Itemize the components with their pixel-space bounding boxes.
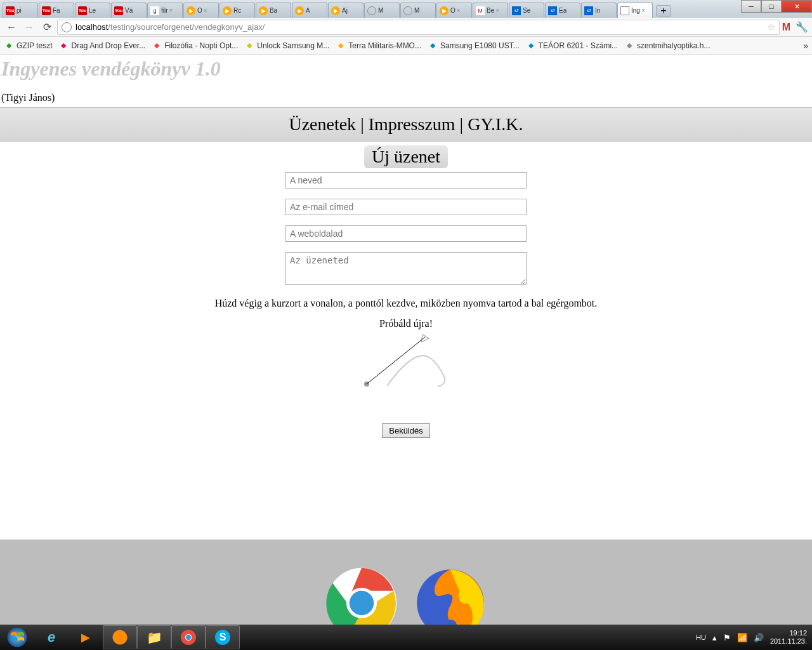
tab-favicon-icon: sf: [548, 6, 557, 15]
taskbar-chrome-icon[interactable]: [171, 625, 206, 649]
browser-tab[interactable]: ▶O×: [183, 3, 219, 18]
page-viewport: Ingyenes vendégkönyv 1.0 (Tigyi János) Ü…: [0, 55, 812, 625]
browser-tab[interactable]: ▶Ba: [256, 3, 291, 18]
browser-tab[interactable]: gfilr×: [147, 3, 183, 18]
wrench-menu-icon[interactable]: 🔧: [796, 21, 808, 33]
taskbar-ie-icon[interactable]: e: [34, 625, 69, 649]
close-window-button[interactable]: ✕: [782, 0, 812, 13]
url-host: localhost: [75, 22, 108, 32]
tab-label: M: [378, 7, 383, 14]
browser-tab[interactable]: Ing×: [617, 3, 653, 18]
browser-tab[interactable]: sfEa: [545, 3, 580, 18]
taskbar-wmp-icon[interactable]: ▶: [69, 625, 103, 649]
bookmark-favicon-icon: ◆: [58, 41, 69, 51]
page-scroll[interactable]: Ingyenes vendégkönyv 1.0 (Tigyi János) Ü…: [0, 55, 812, 625]
bookmark-item[interactable]: ◆Samsung E1080 UST...: [428, 41, 520, 51]
taskbar-firefox-icon[interactable]: [103, 625, 137, 649]
svg-line-1: [367, 337, 425, 384]
tab-favicon-icon: g: [150, 6, 159, 15]
browser-tab[interactable]: ▶A: [292, 3, 327, 18]
tab-label: Le: [89, 7, 96, 14]
browser-tab[interactable]: ▶Aj: [328, 3, 363, 18]
bookmark-favicon-icon: ◆: [152, 41, 162, 51]
bookmark-item[interactable]: ◆szentmihalyoptika.h...: [624, 41, 710, 51]
tab-label: Ea: [559, 7, 566, 14]
taskbar-explorer-icon[interactable]: 📁: [137, 625, 171, 649]
bookmark-favicon-icon: ◆: [428, 41, 438, 51]
tray-language[interactable]: HU: [696, 633, 706, 641]
gmail-icon[interactable]: M: [782, 22, 790, 33]
submit-button[interactable]: Beküldés: [382, 423, 429, 438]
start-button[interactable]: [0, 625, 34, 650]
tab-favicon-icon: ▶: [223, 6, 232, 15]
browser-tab[interactable]: Youpi: [3, 3, 38, 18]
tab-close-icon[interactable]: ×: [641, 7, 645, 14]
page-author: (Tigyi János): [0, 92, 812, 107]
tray-flag-icon[interactable]: ⚑: [723, 633, 731, 642]
menu-impressum[interactable]: Impresszum: [369, 114, 455, 134]
tab-label: In: [595, 7, 600, 14]
captcha-trace-area[interactable]: [355, 332, 457, 398]
bookmark-label: Terra Militaris-MMO...: [348, 41, 421, 50]
bookmark-item[interactable]: ◆Terra Militaris-MMO...: [336, 41, 421, 51]
browser-tab[interactable]: YouFa: [39, 3, 74, 18]
tray-arrow-icon[interactable]: ▴: [712, 633, 717, 642]
tab-close-icon[interactable]: ×: [457, 7, 461, 14]
menu-faq[interactable]: GY.I.K.: [468, 114, 523, 134]
bookmark-favicon-icon: ◆: [336, 41, 346, 51]
tray-clock[interactable]: 19:12 2011.11.23.: [770, 629, 807, 646]
firefox-logo-icon: [412, 565, 488, 625]
tab-label: A: [306, 7, 310, 14]
bookmark-item[interactable]: ◆Filozófia - Nopti Opt...: [152, 41, 238, 51]
tab-label: M: [414, 7, 419, 14]
browser-tab[interactable]: sfSe: [509, 3, 544, 18]
browser-tab[interactable]: ▶O×: [436, 3, 472, 18]
bookmark-item[interactable]: ◆GZIP teszt: [4, 41, 52, 51]
site-info-icon[interactable]: [62, 22, 72, 32]
tab-close-icon[interactable]: ×: [495, 7, 499, 14]
tab-label: Be: [487, 7, 494, 14]
address-bar[interactable]: localhost/testing/sourceforgenet/vendegk…: [57, 20, 780, 35]
bookmark-item[interactable]: ◆Unlock Samsung M...: [244, 41, 329, 51]
browser-tab[interactable]: YouLe: [75, 3, 110, 18]
message-textarea[interactable]: [285, 252, 527, 285]
tab-label: Se: [523, 7, 530, 14]
tab-close-icon[interactable]: ×: [204, 7, 207, 14]
browser-tab[interactable]: YouVá: [111, 3, 147, 18]
tab-favicon-icon: ▶: [259, 6, 268, 15]
browser-tab[interactable]: sfIn: [581, 3, 617, 18]
bookmark-favicon-icon: ◆: [244, 41, 254, 51]
minimize-button[interactable]: ─: [741, 0, 761, 13]
menu-messages[interactable]: Üzenetek: [289, 114, 356, 134]
back-button[interactable]: ←: [4, 20, 19, 35]
bookmark-star-icon[interactable]: ☆: [767, 22, 775, 33]
browser-tab[interactable]: ▶Rc: [219, 3, 255, 18]
tab-favicon-icon: ▶: [440, 6, 449, 15]
system-tray: HU ▴ ⚑ 📶 🔊 19:12 2011.11.23.: [691, 629, 812, 646]
bookmark-item[interactable]: ◆Drag And Drop Ever...: [58, 41, 145, 51]
new-tab-button[interactable]: +: [656, 5, 671, 17]
browser-tab[interactable]: M: [400, 3, 436, 18]
bookmark-label: Filozófia - Nopti Opt...: [164, 41, 238, 50]
tray-volume-icon[interactable]: 🔊: [754, 633, 764, 642]
window-controls: ─ □ ✕: [741, 0, 812, 13]
page-heading: Ingyenes vendégkönyv 1.0: [0, 55, 812, 92]
bookmark-item[interactable]: ◆TEÁOR 6201 - Számi...: [526, 41, 618, 51]
forward-button[interactable]: →: [22, 20, 37, 35]
reload-button[interactable]: ⟳: [39, 20, 55, 35]
name-input[interactable]: [285, 172, 527, 189]
bookmarks-overflow-button[interactable]: »: [803, 41, 808, 51]
website-input[interactable]: [285, 225, 527, 242]
tab-label: pi: [16, 7, 22, 14]
tray-network-icon[interactable]: 📶: [737, 633, 747, 642]
browser-tab[interactable]: MBe×: [473, 3, 508, 18]
email-input[interactable]: [285, 199, 527, 215]
taskbar-skype-icon[interactable]: S: [206, 625, 240, 649]
tab-favicon-icon: [403, 6, 412, 15]
browser-tab[interactable]: M: [364, 3, 400, 18]
tab-close-icon[interactable]: ×: [169, 7, 173, 14]
browser-nav-bar: ← → ⟳ localhost/testing/sourceforgenet/v…: [0, 18, 812, 37]
guestbook-form: Új üzenet Húzd végig a kurzort a vonalon…: [0, 142, 812, 463]
browser-tab-strip: YoupiYouFaYouLeYouVágfilr×▶O×▶Rc▶Ba▶A▶Aj…: [0, 0, 812, 18]
maximize-button[interactable]: □: [761, 0, 782, 13]
